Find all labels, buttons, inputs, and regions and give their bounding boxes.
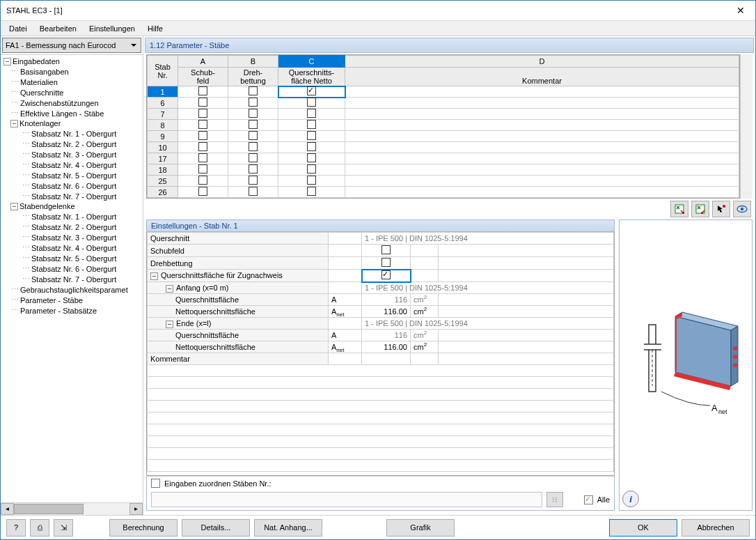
netto-cell-check[interactable]	[307, 164, 316, 173]
case-combo[interactable]: FA1 - Bemessung nach Eurocod	[2, 38, 141, 53]
tree-stabend-item[interactable]: ⋯Stabsatz Nr. 7 - Obergurt	[1, 274, 143, 284]
schubfeld-cell-check[interactable]	[198, 142, 207, 151]
drehbettung-check[interactable]	[381, 258, 391, 267]
netto-cell-check[interactable]	[307, 153, 316, 162]
view-button[interactable]	[733, 201, 751, 217]
schubfeld-cell-check[interactable]	[198, 176, 207, 185]
abbrechen-button[interactable]: Abbrechen	[682, 519, 750, 537]
details-button[interactable]: Details...	[182, 519, 250, 537]
tree-knoten-item[interactable]: ⋯Stabsatz Nr. 1 - Obergurt	[1, 128, 143, 139]
grid-vscroll[interactable]	[740, 54, 753, 199]
zugnachweis-check[interactable]	[381, 270, 391, 279]
berechnung-button[interactable]: Berechnung	[109, 519, 178, 537]
table-row[interactable]: 9	[148, 131, 739, 142]
drehbettung-cell-check[interactable]	[249, 86, 258, 95]
netto-cell-check[interactable]	[307, 176, 316, 185]
assign-input[interactable]	[151, 492, 542, 507]
drehbettung-cell-check[interactable]	[249, 176, 258, 185]
table-row[interactable]: 18	[148, 164, 739, 176]
tree-knotenlager[interactable]: –Knotenlager	[1, 118, 143, 128]
netto-cell-check[interactable]	[307, 98, 316, 107]
tree-knoten-item[interactable]: ⋯Stabsatz Nr. 2 - Obergurt	[1, 139, 143, 149]
drehbettung-cell-check[interactable]	[249, 142, 258, 151]
excel-import-button[interactable]	[691, 201, 709, 217]
tree-param-staebe[interactable]: ⋯Parameter - Stäbe	[1, 295, 143, 305]
menu-edit[interactable]: Bearbeiten	[34, 23, 82, 34]
properties-table[interactable]: Querschnitt1 - IPE 500 | DIN 1025-5:1994…	[146, 232, 615, 476]
titlebar: STAHL EC3 - [1] ✕	[1, 1, 755, 21]
schubfeld-cell-check[interactable]	[198, 187, 207, 196]
drehbettung-cell-check[interactable]	[249, 109, 258, 118]
schubfeld-cell-check[interactable]	[198, 98, 207, 107]
tree-stabend-item[interactable]: ⋯Stabsatz Nr. 3 - Obergurt	[1, 232, 143, 242]
schubfeld-cell-check[interactable]	[198, 131, 207, 140]
footer: ? ⎙ ⇲ Berechnung Details... Nat. Anhang.…	[1, 515, 755, 539]
drehbettung-cell-check[interactable]	[249, 153, 258, 162]
alle-label: Alle	[597, 495, 610, 504]
tree-querschnitte[interactable]: ⋯Querschnitte	[1, 87, 143, 98]
tree-knoten-item[interactable]: ⋯Stabsatz Nr. 6 - Obergurt	[1, 180, 143, 191]
netto-cell-check[interactable]	[307, 187, 316, 196]
schubfeld-cell-check[interactable]	[198, 153, 207, 162]
table-row[interactable]: 6	[148, 98, 739, 109]
table-row[interactable]: 8	[148, 120, 739, 131]
tree-materialien[interactable]: ⋯Materialien	[1, 77, 143, 87]
sidebar-hscroll[interactable]: ◄►	[1, 502, 143, 515]
alle-check[interactable]	[584, 495, 593, 504]
drehbettung-cell-check[interactable]	[249, 120, 258, 129]
drehbettung-cell-check[interactable]	[249, 187, 258, 196]
ok-button[interactable]: OK	[609, 519, 677, 537]
tree-param-stabsaetze[interactable]: ⋯Parameter - Stabsätze	[1, 305, 143, 316]
grafik-button[interactable]: Grafik	[386, 519, 455, 537]
table-row[interactable]: 17	[148, 153, 739, 164]
netto-cell-check[interactable]	[307, 120, 316, 129]
schubfeld-cell-check[interactable]	[198, 109, 207, 118]
schubfeld-check[interactable]	[381, 245, 391, 254]
tree-stabend-item[interactable]: ⋯Stabsatz Nr. 6 - Obergurt	[1, 263, 143, 274]
pick-button[interactable]	[712, 201, 730, 217]
tree-stabend-item[interactable]: ⋯Stabsatz Nr. 4 - Obergurt	[1, 242, 143, 253]
drehbettung-cell-check[interactable]	[249, 98, 258, 107]
menu-help[interactable]: Hilfe	[142, 23, 168, 34]
tree-knoten-item[interactable]: ⋯Stabsatz Nr. 3 - Obergurt	[1, 149, 143, 160]
tree-gebrauch[interactable]: ⋯Gebrauchstauglichkeitsparamet	[1, 284, 143, 295]
tree-root[interactable]: –Eingabedaten	[1, 56, 143, 66]
menu-settings[interactable]: Einstellungen	[84, 23, 141, 34]
schubfeld-cell-check[interactable]	[198, 164, 207, 173]
help-button[interactable]: ?	[6, 519, 26, 537]
nat-anhang-button[interactable]: Nat. Anhang...	[254, 519, 322, 537]
netto-cell-check[interactable]	[307, 109, 316, 118]
tree-zwischenabst[interactable]: ⋯Zwischenabstützungen	[1, 98, 143, 108]
info-button[interactable]: i	[622, 491, 639, 507]
table-row[interactable]: 1	[148, 86, 739, 98]
export-button[interactable]: ⇲	[54, 519, 73, 537]
table-row[interactable]: 25	[148, 176, 739, 187]
tree-knoten-item[interactable]: ⋯Stabsatz Nr. 7 - Obergurt	[1, 191, 143, 201]
tree-stabend-item[interactable]: ⋯Stabsatz Nr. 1 - Obergurt	[1, 211, 143, 222]
netto-cell-check[interactable]	[307, 131, 316, 140]
tree-stabendgelenke[interactable]: –Stabendgelenke	[1, 201, 143, 211]
tree-knoten-item[interactable]: ⋯Stabsatz Nr. 4 - Obergurt	[1, 160, 143, 170]
netto-cell-check[interactable]	[307, 86, 316, 95]
schubfeld-cell-check[interactable]	[198, 86, 207, 95]
print-button[interactable]: ⎙	[30, 519, 49, 537]
excel-export-button[interactable]	[670, 201, 688, 217]
assign-check[interactable]	[151, 479, 160, 488]
table-row[interactable]: 10	[148, 142, 739, 153]
tree-stabend-item[interactable]: ⋯Stabsatz Nr. 5 - Obergurt	[1, 253, 143, 263]
tree-eff-laengen[interactable]: ⋯Effektive Längen - Stäbe	[1, 108, 143, 118]
assign-panel: Eingaben zuordnen Stäben Nr.: ⁝⁝ Alle	[146, 476, 615, 511]
table-row[interactable]: 26	[148, 187, 739, 198]
tree-basisangaben[interactable]: ⋯Basisangaben	[1, 66, 143, 77]
drehbettung-cell-check[interactable]	[249, 131, 258, 140]
tree-stabend-item[interactable]: ⋯Stabsatz Nr. 2 - Obergurt	[1, 222, 143, 232]
table-row[interactable]: 7	[148, 109, 739, 120]
schubfeld-cell-check[interactable]	[198, 120, 207, 129]
netto-cell-check[interactable]	[307, 142, 316, 151]
tree-knoten-item[interactable]: ⋯Stabsatz Nr. 5 - Obergurt	[1, 170, 143, 180]
menu-file[interactable]: Datei	[3, 23, 33, 34]
members-grid[interactable]: StabNr. A B C D Schub-feld Dreh-bettung …	[146, 54, 740, 199]
close-button[interactable]: ✕	[726, 1, 755, 20]
assign-pick-button[interactable]: ⁝⁝	[546, 492, 563, 507]
drehbettung-cell-check[interactable]	[249, 164, 258, 173]
